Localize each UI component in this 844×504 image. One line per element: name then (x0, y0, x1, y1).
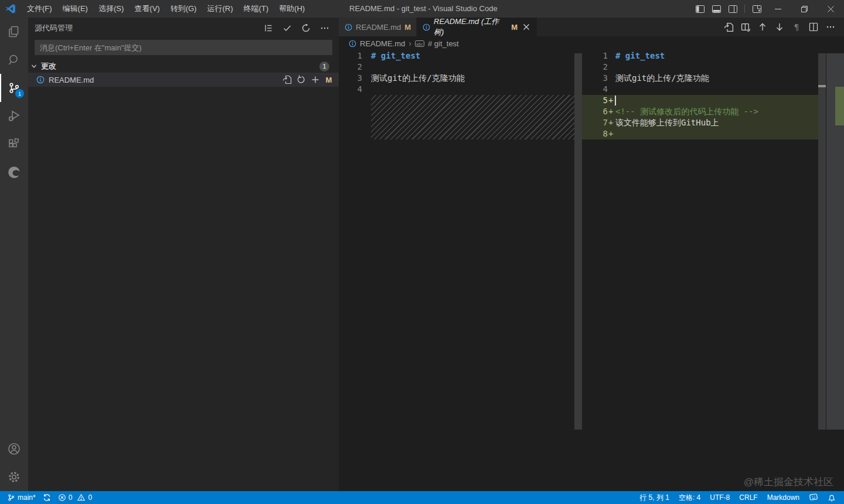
commit-check-icon[interactable] (281, 22, 293, 34)
file-info-icon (349, 40, 356, 47)
code-line[interactable]: 4 (339, 84, 574, 95)
left-scrollbar[interactable] (574, 53, 582, 430)
restore-button[interactable] (791, 0, 818, 18)
menubar-item[interactable]: 查看(V) (129, 0, 165, 18)
code-text: <!-- 测试修改后的代码上传功能 --> (615, 106, 758, 117)
inline-view-icon[interactable] (740, 22, 751, 32)
overview-added-marker (835, 87, 844, 125)
toggle-secondary-sidebar-icon[interactable] (724, 0, 741, 18)
diff-overview-ruler[interactable] (826, 53, 844, 430)
breadcrumb-chevron-icon: › (409, 39, 411, 48)
changed-file-row[interactable]: README.md M (28, 73, 339, 87)
more-actions-icon[interactable] (319, 22, 331, 34)
minimize-button[interactable] (765, 0, 791, 18)
sync-changes-button[interactable] (39, 491, 55, 504)
previous-change-icon[interactable] (757, 22, 768, 32)
tab-readme[interactable]: README.md M (339, 18, 417, 36)
code-text: # git_test (615, 50, 665, 62)
search-icon[interactable] (0, 46, 28, 74)
branch-indicator[interactable]: main* (4, 491, 39, 504)
stage-changes-icon[interactable] (311, 75, 320, 84)
notifications-bell-icon[interactable] (823, 491, 840, 504)
changed-file-name: README.md (49, 76, 94, 84)
changes-section-header[interactable]: 更改 1 (28, 60, 339, 73)
changes-count-badge: 1 (319, 62, 329, 71)
settings-gear-icon[interactable] (0, 463, 28, 491)
right-scrollbar[interactable] (818, 53, 826, 430)
menubar-item[interactable]: 选择(S) (93, 0, 129, 18)
menubar-item[interactable]: 帮助(H) (274, 0, 310, 18)
line-number: 7 (582, 117, 608, 128)
explorer-icon[interactable] (0, 18, 28, 46)
language-mode[interactable]: Markdown (763, 491, 804, 504)
code-line[interactable]: 2 (582, 62, 818, 73)
tab-git-badge: M (511, 23, 519, 32)
code-line[interactable]: 8+ (582, 128, 818, 139)
file-info-icon (423, 23, 430, 31)
view-as-tree-icon[interactable] (263, 22, 274, 34)
refresh-icon[interactable] (300, 22, 312, 34)
menubar: 文件(F)编辑(E)选择(S)查看(V)转到(G)运行(R)终端(T)帮助(H) (22, 0, 310, 18)
diff-modified-pane[interactable]: 1# git_test23测试git的上传/克隆功能45+6+<!-- 测试修改… (582, 50, 844, 491)
added-line-marker: + (608, 128, 614, 139)
breadcrumb-symbol[interactable]: # git_test (428, 39, 459, 48)
tab-git-badge: M (404, 23, 411, 32)
edge-devtools-icon[interactable] (0, 158, 28, 186)
code-line[interactable]: 2 (339, 62, 574, 73)
tab-readme-working-tree[interactable]: README.md (工作树) M (417, 18, 537, 36)
code-line[interactable]: 3测试git的上传/克隆功能 (582, 73, 818, 84)
branch-name: main* (18, 493, 36, 502)
code-line[interactable]: 4 (582, 84, 818, 95)
cursor-position[interactable]: 行 5, 列 1 (635, 491, 674, 504)
source-control-icon[interactable]: 1 (0, 74, 28, 102)
code-line[interactable]: 1# git_test (339, 50, 574, 62)
breadcrumb-file[interactable]: README.md (360, 39, 405, 48)
feedback-icon[interactable] (804, 491, 823, 504)
scrollbar-cursor-marker (818, 85, 826, 87)
error-count: 0 (69, 493, 73, 502)
added-line-marker: + (608, 95, 614, 106)
editor-group: README.md M README.md (工作树) M (339, 18, 844, 491)
breadcrumb[interactable]: README.md › abc # git_test (339, 36, 844, 50)
close-tab-icon[interactable] (522, 22, 531, 32)
extensions-icon[interactable] (0, 130, 28, 158)
encoding[interactable]: UTF-8 (705, 491, 734, 504)
code-line[interactable]: 1# git_test (582, 50, 818, 62)
more-actions-icon[interactable] (825, 22, 836, 32)
toggle-sidebar-icon[interactable] (692, 0, 708, 18)
menubar-item[interactable]: 运行(R) (202, 0, 238, 18)
diff-original-pane[interactable]: 1# git_test23测试git的上传/克隆功能4 (339, 50, 582, 491)
menubar-item[interactable]: 文件(F) (22, 0, 57, 18)
accounts-icon[interactable] (0, 435, 28, 463)
discard-changes-icon[interactable] (297, 75, 306, 84)
open-changes-icon[interactable] (723, 22, 734, 32)
toggle-panel-icon[interactable] (708, 0, 724, 18)
run-debug-icon[interactable] (0, 102, 28, 130)
code-line[interactable]: 5+ (582, 95, 818, 106)
code-text: # git_test (371, 50, 420, 62)
juejin-watermark: @稀土掘金技术社区 (744, 475, 833, 489)
commit-message-input[interactable] (35, 40, 332, 55)
text-cursor (615, 96, 616, 105)
indentation[interactable]: 空格: 4 (674, 491, 705, 504)
whitespace-toggle-icon[interactable]: ¶ (791, 22, 802, 32)
customize-layout-icon[interactable] (748, 0, 765, 18)
close-window-button[interactable] (818, 0, 844, 18)
menubar-item[interactable]: 终端(T) (238, 0, 274, 18)
window-controls (692, 0, 844, 18)
scm-title: 源代码管理 (35, 23, 73, 33)
eol-sequence[interactable]: CRLF (734, 491, 762, 504)
menubar-item[interactable]: 转到(G) (165, 0, 202, 18)
code-line[interactable]: 7+该文件能够上传到GitHub上 (582, 117, 818, 128)
open-file-icon[interactable] (283, 75, 292, 84)
code-text: 测试git的上传/克隆功能 (371, 73, 465, 84)
split-editor-icon[interactable] (808, 22, 819, 32)
problems-indicator[interactable]: 0 0 (55, 491, 96, 504)
vscode-logo-icon (5, 4, 16, 14)
code-line[interactable]: 6+<!-- 测试修改后的代码上传功能 --> (582, 106, 818, 117)
code-text: 该文件能够上传到GitHub上 (615, 117, 719, 128)
next-change-icon[interactable] (774, 22, 785, 32)
menubar-item[interactable]: 编辑(E) (57, 0, 93, 18)
code-line[interactable]: 3测试git的上传/克隆功能 (339, 73, 574, 84)
git-modified-badge: M (325, 76, 333, 84)
